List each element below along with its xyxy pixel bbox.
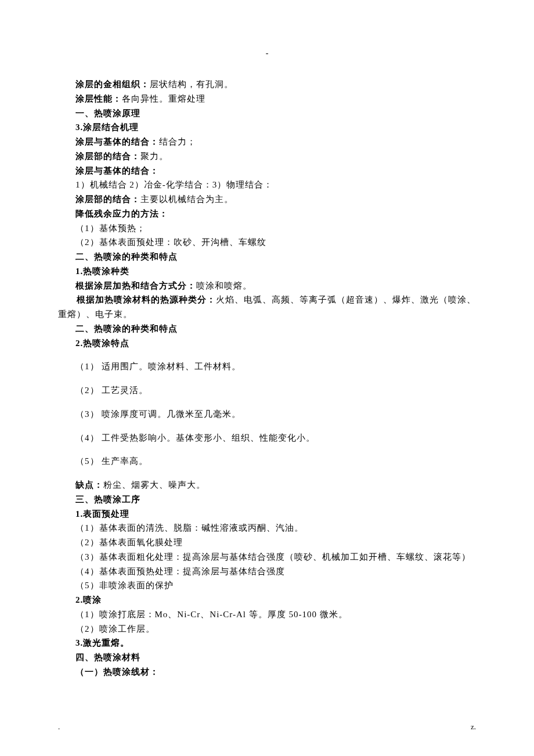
line: （2）基体表面氧化膜处理 (58, 535, 476, 550)
line: 涂层性能：各向异性。重熔处理 (58, 92, 476, 106)
line: （4）基体表面预热处理：提高涂层与基体结合强度 (58, 564, 476, 579)
text: 主要以机械结合为主。 (140, 195, 233, 204)
heading: 2.喷涂 (58, 593, 476, 607)
line: （2）喷涂工作层。 (58, 622, 476, 636)
line: （1）基体表面的清洗、脱脂：碱性溶液或丙酮、汽油。 (58, 521, 476, 535)
list-item: （2） 工艺灵活。 (58, 383, 476, 398)
line-wrap: （3）基体表面粗化处理：提高涂层与基体结合强度（喷砂、机械加工如开槽、车螺纹、滚… (58, 550, 476, 564)
line-wrap: 根据加热喷涂材料的热源种类分：火焰、电弧、高频、等离子弧（超音速）、爆炸、激光（… (58, 293, 476, 322)
line: （1）喷涂打底层：Mo、Ni-Cr、Ni-Cr-Al 等。厚度 50-100 微… (58, 607, 476, 622)
label: 涂层的金相组织： (75, 80, 150, 89)
label: 涂层与基体的结合： (75, 137, 159, 146)
line: （1）基体预热； (58, 221, 476, 236)
heading: 2.热喷涂特点 (58, 336, 476, 351)
footer-right: z. (471, 721, 476, 733)
heading: 三、热喷涂工序 (58, 492, 476, 507)
line: （2）基体表面预处理：吹砂、开沟槽、车螺纹 (58, 235, 476, 250)
body-content-4: （4）基体表面预热处理：提高涂层与基体结合强度 （5）非喷涂表面的保护 2.喷涂… (58, 564, 476, 679)
text: 各向异性。重熔处理 (122, 94, 205, 103)
heading: 二、热喷涂的种类和特点 (58, 322, 476, 336)
body-content-2: 二、热喷涂的种类和特点 2.热喷涂特点 (58, 322, 476, 351)
page-footer: . z. (58, 721, 476, 733)
heading: 涂层与基体的结合： (58, 164, 476, 178)
body-content-3: 缺点：粉尘、烟雾大、噪声大。 三、热喷涂工序 1.表面预处理 （1）基体表面的清… (58, 478, 476, 550)
list-item: （3） 喷涂厚度可调。几微米至几毫米。 (58, 407, 476, 422)
line: 涂层的金相组织：层状结构，有孔洞。 (58, 77, 476, 92)
label: 根据加热喷涂材料的热源种类分： (77, 295, 216, 304)
heading: 四、热喷涂材料 (58, 650, 476, 665)
text: 结合力； (159, 137, 196, 146)
list-item: （4） 工件受热影响小。基体变形小、组织、性能变化小。 (58, 431, 476, 445)
text: 喷涂和喷熔。 (196, 281, 252, 290)
list-item: （1） 适用围广。喷涂材料、工件材料。 (58, 359, 476, 374)
heading: 一、热喷涂原理 (58, 106, 476, 121)
label: 涂层部的结合： (75, 195, 140, 204)
line: 根据涂层加热和结合方式分：喷涂和喷熔。 (58, 279, 476, 293)
text: 层状结构，有孔洞。 (150, 80, 233, 89)
text: 聚力。 (140, 152, 168, 161)
line: 涂层与基体的结合：结合力； (58, 135, 476, 149)
label: 缺点： (75, 480, 103, 489)
label: 涂层部的结合： (75, 152, 140, 161)
heading: （一）热喷涂线材： (58, 665, 476, 679)
heading: 1.表面预处理 (58, 507, 476, 521)
heading: 1.热喷涂种类 (58, 264, 476, 279)
list-item: （5） 生产率高。 (58, 454, 476, 469)
line: 缺点：粉尘、烟雾大、噪声大。 (58, 478, 476, 492)
text: 粉尘、烟雾大、噪声大。 (103, 480, 205, 489)
page-header-mark: - (58, 46, 476, 60)
footer-left: . (58, 721, 60, 733)
line: （5）非喷涂表面的保护 (58, 578, 476, 593)
heading: 3.激光重熔。 (58, 636, 476, 650)
line: 涂层部的结合：聚力。 (58, 149, 476, 164)
line: 涂层部的结合：主要以机械结合为主。 (58, 192, 476, 207)
document-page: - 涂层的金相组织：层状结构，有孔洞。 涂层性能：各向异性。重熔处理 一、热喷涂… (0, 0, 534, 756)
body-content: 涂层的金相组织：层状结构，有孔洞。 涂层性能：各向异性。重熔处理 一、热喷涂原理… (58, 77, 476, 293)
heading: 3.涂层结合机理 (58, 120, 476, 135)
numbered-list: （1） 适用围广。喷涂材料、工件材料。 （2） 工艺灵活。 （3） 喷涂厚度可调… (58, 359, 476, 469)
label: 根据涂层加热和结合方式分： (75, 281, 196, 290)
heading: 降低残余应力的方法： (58, 207, 476, 221)
line: 1）机械结合 2）冶金-化学结合：3）物理结合： (58, 178, 476, 192)
label: 涂层性能： (75, 94, 122, 103)
heading: 二、热喷涂的种类和特点 (58, 250, 476, 264)
